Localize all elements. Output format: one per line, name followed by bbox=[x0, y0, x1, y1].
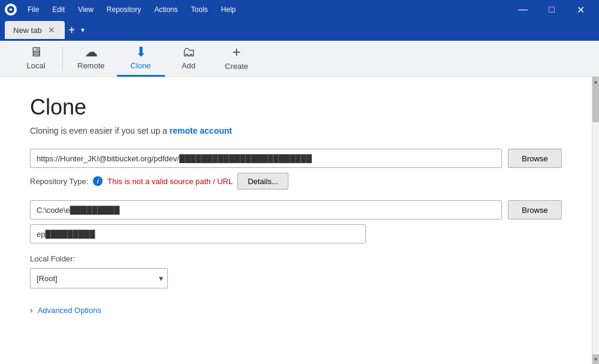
details-button[interactable]: Details... bbox=[237, 173, 288, 189]
menu-edit[interactable]: Edit bbox=[46, 3, 71, 16]
tab-add[interactable]: 🗂 Add bbox=[165, 41, 213, 77]
tab-bar: New tab ✕ + ▾ bbox=[0, 19, 599, 41]
page-title: Clone bbox=[30, 95, 562, 120]
advanced-options-row[interactable]: › Advanced Options bbox=[30, 305, 562, 315]
info-icon[interactable]: i bbox=[93, 176, 103, 186]
clone-label: Clone bbox=[131, 61, 151, 70]
menu-actions[interactable]: Actions bbox=[148, 3, 183, 16]
tab-close-button[interactable]: ✕ bbox=[47, 25, 56, 35]
repo-type-row: Repository Type: i This is not a valid s… bbox=[30, 173, 562, 189]
scrollbar[interactable]: ▲ ▼ bbox=[592, 77, 599, 364]
menu-file[interactable]: File bbox=[22, 3, 45, 16]
add-label: Add bbox=[182, 61, 195, 70]
close-button[interactable]: ✕ bbox=[567, 0, 594, 19]
create-icon: + bbox=[233, 45, 241, 59]
subtitle: Cloning is even easier if you set up a r… bbox=[30, 126, 562, 136]
tab-remote[interactable]: ☁ Remote bbox=[65, 41, 117, 77]
tab-clone[interactable]: ⬇ Clone bbox=[117, 41, 165, 77]
repo-type-error: This is not a valid source path / URL bbox=[107, 177, 233, 186]
tab-new[interactable]: New tab ✕ bbox=[5, 21, 65, 39]
nav-tabs: 🖥 Local ☁ Remote ⬇ Clone 🗂 Add + Create bbox=[0, 41, 599, 77]
scrollbar-thumb[interactable] bbox=[592, 86, 599, 122]
menu-repository[interactable]: Repository bbox=[101, 3, 147, 16]
new-tab-button[interactable]: + bbox=[65, 21, 79, 39]
remote-icon: ☁ bbox=[85, 46, 98, 59]
browse-path-button[interactable]: Browse bbox=[508, 200, 562, 219]
local-folder-label: Local Folder: bbox=[30, 254, 562, 263]
local-label: Local bbox=[26, 61, 45, 70]
path-input-row: Browse bbox=[30, 200, 562, 219]
advanced-options-label: Advanced Options bbox=[38, 306, 101, 315]
menu-tools[interactable]: Tools bbox=[185, 3, 214, 16]
maximize-button[interactable]: □ bbox=[538, 0, 565, 19]
remote-label: Remote bbox=[77, 61, 105, 70]
url-input[interactable] bbox=[30, 149, 502, 168]
local-folder-dropdown[interactable]: [Root] bbox=[30, 268, 168, 288]
window-controls: — □ ✕ bbox=[509, 0, 594, 19]
clone-icon: ⬇ bbox=[136, 46, 146, 59]
repo-type-label: Repository Type: bbox=[30, 177, 88, 186]
tab-label: New tab bbox=[13, 26, 42, 35]
name-input[interactable] bbox=[30, 224, 366, 243]
scrollbar-up[interactable]: ▲ bbox=[592, 77, 600, 86]
main-content: Clone Cloning is even easier if you set … bbox=[0, 77, 592, 364]
url-input-row: Browse bbox=[30, 149, 562, 168]
tab-local[interactable]: 🖥 Local bbox=[12, 41, 60, 77]
local-folder-dropdown-wrapper: [Root] ▾ bbox=[30, 268, 168, 288]
tab-create[interactable]: + Create bbox=[213, 41, 261, 77]
chevron-right-icon: › bbox=[30, 305, 33, 315]
nav-separator bbox=[62, 47, 63, 71]
path-input[interactable] bbox=[30, 200, 502, 219]
menu-help[interactable]: Help bbox=[215, 3, 242, 16]
remote-account-link[interactable]: remote account bbox=[170, 126, 232, 136]
tab-dropdown-arrow[interactable]: ▾ bbox=[79, 26, 87, 34]
browse-url-button[interactable]: Browse bbox=[508, 149, 562, 168]
add-icon: 🗂 bbox=[182, 46, 195, 59]
minimize-button[interactable]: — bbox=[509, 0, 537, 19]
local-icon: 🖥 bbox=[29, 46, 43, 59]
create-label: Create bbox=[225, 62, 248, 71]
menu-view[interactable]: View bbox=[72, 3, 100, 16]
titlebar: File Edit View Repository Actions Tools … bbox=[0, 0, 599, 19]
menu-bar: File Edit View Repository Actions Tools … bbox=[22, 3, 509, 16]
app-logo bbox=[5, 4, 17, 16]
scrollbar-down[interactable]: ▼ bbox=[592, 354, 600, 364]
